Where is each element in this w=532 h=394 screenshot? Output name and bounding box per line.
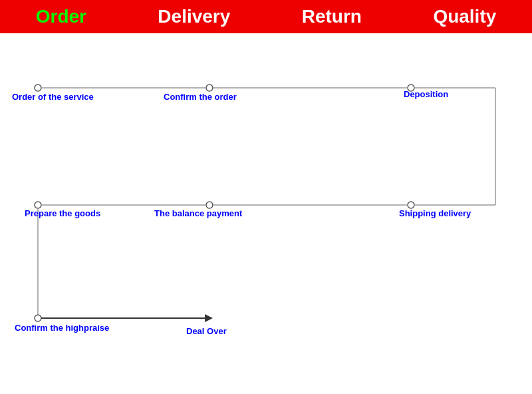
flow-diagram: Order of the service Confirm the order D… — [0, 33, 532, 394]
svg-point-8 — [206, 202, 213, 208]
label-order-of-service: Order of the service — [12, 92, 94, 102]
svg-point-9 — [408, 202, 414, 208]
label-deposition: Deposition — [404, 89, 448, 99]
tab-order[interactable]: Order — [36, 6, 86, 27]
svg-point-7 — [35, 202, 41, 208]
tab-quality[interactable]: Quality — [433, 6, 496, 27]
tab-return[interactable]: Return — [302, 6, 362, 27]
label-deal-over: Deal Over — [186, 326, 227, 336]
label-shipping-delivery: Shipping delivery — [399, 208, 471, 218]
svg-point-1 — [206, 85, 213, 91]
label-balance-payment: The balance payment — [154, 208, 242, 218]
header: Order Delivery Return Quality — [0, 0, 532, 33]
svg-marker-16 — [205, 314, 213, 322]
svg-point-0 — [35, 85, 41, 91]
svg-point-14 — [35, 315, 41, 321]
label-confirm-highpraise: Confirm the highpraise — [15, 323, 109, 333]
label-confirm-order: Confirm the order — [164, 92, 237, 102]
tab-delivery[interactable]: Delivery — [158, 6, 230, 27]
label-prepare-goods: Prepare the goods — [25, 208, 100, 218]
